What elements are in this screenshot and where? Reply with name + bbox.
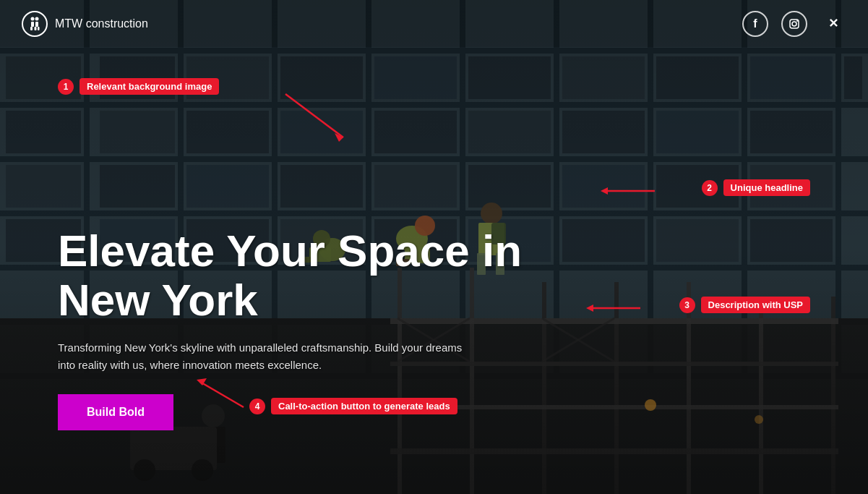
svg-rect-95 (30, 27, 33, 30)
annotation-1: 1 Relevant background image (58, 78, 219, 95)
annotation-badge-3: 3 (679, 297, 695, 313)
svg-marker-106 (586, 305, 593, 312)
cta-button[interactable]: Build Bold (58, 394, 173, 430)
hero-content: Elevate Your Space in New York Transform… (0, 0, 868, 494)
annotation-1-arrow (285, 94, 365, 152)
annotation-badge-2: 2 (702, 180, 718, 196)
annotation-label-2: Unique headline (723, 179, 810, 196)
annotation-2: 2 Unique headline (702, 179, 810, 196)
svg-rect-94 (35, 22, 38, 27)
annotation-2-arrow (601, 186, 658, 196)
svg-point-100 (796, 20, 798, 22)
instagram-icon[interactable] (781, 11, 807, 37)
svg-rect-97 (38, 27, 40, 30)
annotation-label-3: Description with USP (701, 297, 810, 313)
annotation-badge-1: 1 (58, 79, 74, 95)
x-twitter-icon[interactable]: ✕ (820, 11, 846, 37)
svg-point-99 (792, 22, 796, 26)
annotation-4-arrow (197, 378, 254, 414)
facebook-icon[interactable]: f (742, 11, 768, 37)
annotation-4: 4 Call-to-action button to generate lead… (249, 398, 457, 414)
annotation-3: 3 Description with USP (679, 297, 810, 313)
brand-name: MTW construction (55, 17, 148, 30)
svg-rect-93 (31, 22, 34, 27)
svg-rect-96 (35, 27, 37, 30)
hero-description: Transforming New York's skyline with unp… (58, 339, 463, 374)
annotation-3-arrow (586, 303, 644, 313)
nav-social: f ✕ (742, 11, 846, 37)
annotation-label-1: Relevant background image (80, 78, 219, 95)
svg-point-91 (31, 17, 35, 20)
hero-section: MTW construction f ✕ 1 Relevant backgrou… (0, 0, 868, 494)
annotation-label-4: Call-to-action button to generate leads (271, 398, 457, 414)
svg-line-101 (285, 94, 343, 137)
navbar: MTW construction f ✕ (0, 0, 868, 47)
svg-line-107 (200, 382, 244, 407)
svg-point-92 (35, 17, 39, 20)
hero-headline: Elevate Your Space in New York (58, 226, 528, 325)
nav-brand: MTW construction (22, 11, 148, 37)
brand-icon (22, 11, 48, 37)
svg-marker-104 (601, 187, 608, 195)
